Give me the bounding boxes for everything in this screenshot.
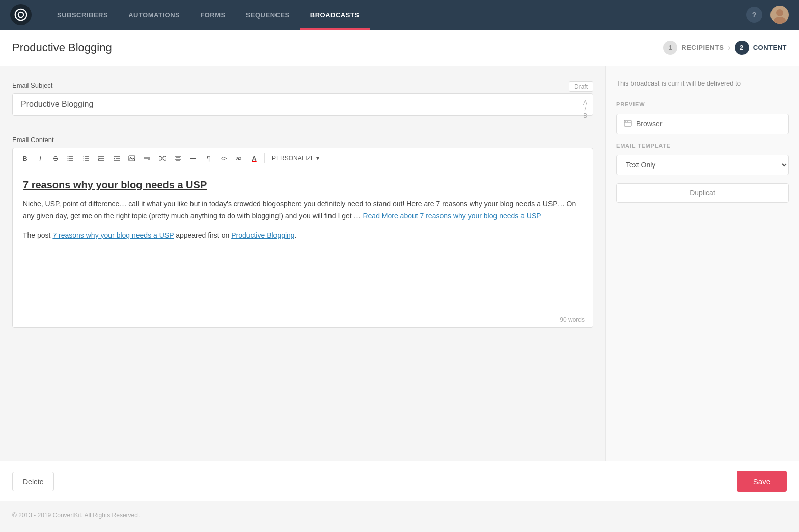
nav-logo[interactable] [10, 4, 32, 25]
paragraph-button[interactable]: ¶ [201, 151, 215, 165]
subject-input[interactable] [12, 93, 593, 116]
email-editor: B I S 123 [12, 148, 593, 328]
main-layout: Email Subject Draft A / B Email Content … [0, 66, 799, 461]
footer: © 2013 - 2019 ConvertKit. All Rights Res… [0, 501, 799, 529]
nav-forms[interactable]: FORMS [190, 0, 235, 30]
content-label: Email Content [12, 136, 593, 144]
step-content[interactable]: 2 CONTENT [735, 41, 787, 55]
subject-field-group: Email Subject Draft A / B [12, 81, 593, 126]
content-area: Email Subject Draft A / B Email Content … [0, 66, 605, 461]
toolbar-divider [264, 153, 265, 163]
svg-marker-19 [98, 158, 100, 160]
word-count: 90 words [13, 312, 593, 327]
step1-number: 1 [663, 41, 677, 55]
navigation: SUBSCRIBERS AUTOMATIONS FORMS SEQUENCES … [0, 0, 799, 30]
step2-number: 2 [735, 41, 749, 55]
nav-broadcasts[interactable]: BROADCASTS [300, 0, 370, 30]
svg-point-9 [68, 160, 69, 161]
page-title: Productive Blogging [12, 41, 663, 54]
svg-point-0 [15, 9, 27, 21]
sidebar-info: This broadcast is curr it will be delive… [616, 78, 789, 89]
nav-right: ? [746, 6, 789, 24]
divider-button[interactable] [186, 151, 200, 165]
horizontal-rule-button[interactable] [140, 151, 154, 165]
email-footer-text: The post 7 reasons why your blog needs a… [23, 230, 583, 242]
image-button[interactable] [125, 151, 139, 165]
bottom-bar: Delete Save [0, 461, 799, 501]
svg-text:3: 3 [83, 159, 85, 162]
indent-increase-button[interactable] [109, 151, 124, 165]
copyright-text: © 2013 - 2019 ConvertKit. All Rights Res… [12, 512, 140, 519]
browser-preview-label: Browser [636, 120, 662, 128]
ab-test-badge: A / B [583, 100, 587, 119]
nav-links: SUBSCRIBERS AUTOMATIONS FORMS SEQUENCES … [47, 0, 746, 30]
email-paragraph: Niche, USP, point of difference… call it… [23, 198, 583, 222]
step-recipients[interactable]: 1 RECIPIENTS [663, 41, 724, 55]
svg-point-2 [776, 9, 783, 16]
align-button[interactable] [171, 151, 185, 165]
svg-point-1 [18, 12, 23, 17]
content-field-group: Email Content B I S 123 [12, 136, 593, 328]
editor-body[interactable]: 7 reasons why your blog needs a USP Nich… [13, 169, 593, 312]
link-button[interactable] [155, 151, 170, 165]
template-select[interactable]: Text Only [616, 155, 789, 175]
svg-point-8 [68, 158, 69, 159]
footer-link2[interactable]: Productive Blogging [231, 231, 295, 239]
font-color-button[interactable]: A [247, 151, 261, 165]
personalize-button[interactable]: PERSONALIZE ▾ [268, 153, 323, 164]
right-sidebar: This broadcast is curr it will be delive… [605, 66, 799, 461]
strikethrough-button[interactable]: S [48, 151, 63, 165]
superscript-button[interactable]: az [232, 151, 246, 165]
step2-label: CONTENT [753, 44, 787, 51]
code-button[interactable]: <> [216, 151, 231, 165]
step1-label: RECIPIENTS [681, 44, 724, 51]
nav-subscribers[interactable]: SUBSCRIBERS [47, 0, 118, 30]
indent-decrease-button[interactable] [94, 151, 108, 165]
subject-row: A / B [12, 93, 593, 126]
draft-badge: Draft [569, 81, 593, 92]
template-section-label: EMAIL TEMPLATE [616, 143, 789, 149]
user-avatar[interactable] [770, 6, 789, 24]
subject-label: Email Subject Draft [12, 81, 593, 89]
svg-point-3 [774, 17, 786, 24]
nav-automations[interactable]: AUTOMATIONS [118, 0, 190, 30]
svg-rect-24 [129, 156, 135, 161]
help-button[interactable]: ? [746, 7, 762, 23]
page-header: Productive Blogging 1 RECIPIENTS › 2 CON… [0, 30, 799, 66]
svg-point-37 [625, 121, 626, 122]
svg-marker-23 [114, 158, 115, 160]
nav-sequences[interactable]: SEQUENCES [236, 0, 300, 30]
step-arrow: › [728, 43, 730, 52]
unordered-list-button[interactable] [64, 151, 78, 165]
read-more-link[interactable]: Read More about 7 reasons why your blog … [363, 212, 541, 220]
bold-button[interactable]: B [18, 151, 32, 165]
delete-button[interactable]: Delete [12, 472, 54, 491]
footer-link1[interactable]: 7 reasons why your blog needs a USP [52, 231, 174, 239]
save-button[interactable]: Save [737, 471, 787, 492]
browser-icon [624, 119, 632, 129]
preview-section-label: PREVIEW [616, 101, 789, 107]
svg-point-38 [627, 121, 628, 122]
ordered-list-button[interactable]: 123 [79, 151, 93, 165]
duplicate-button[interactable]: Duplicat [616, 183, 789, 203]
breadcrumb: 1 RECIPIENTS › 2 CONTENT [663, 41, 787, 55]
svg-point-7 [68, 156, 69, 157]
italic-button[interactable]: I [33, 151, 47, 165]
editor-toolbar: B I S 123 [13, 148, 593, 169]
browser-preview-option[interactable]: Browser [616, 114, 789, 134]
email-heading[interactable]: 7 reasons why your blog needs a USP [23, 179, 583, 191]
